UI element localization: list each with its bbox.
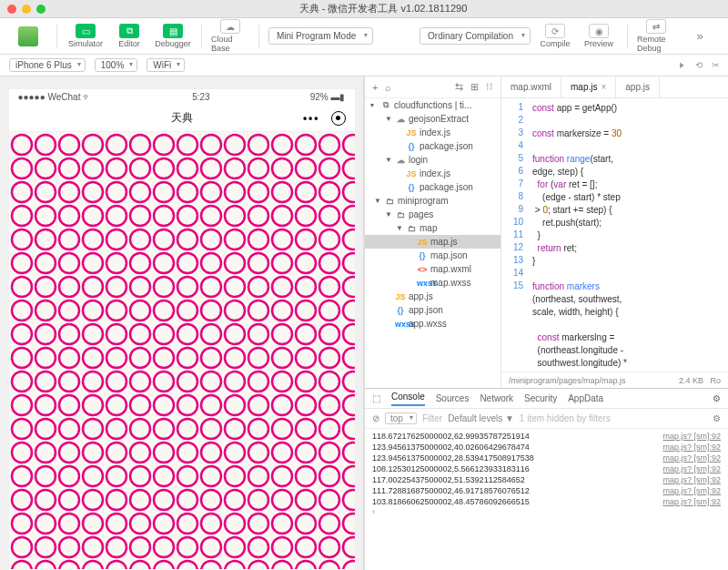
context-select[interactable]: top — [385, 412, 417, 424]
network-select[interactable]: WiFi — [147, 58, 185, 72]
zoom-window-icon[interactable] — [36, 5, 46, 14]
mute-icon[interactable]: 🕨 — [677, 60, 686, 70]
svg-point-18 — [83, 158, 103, 178]
tree-item[interactable]: {}package.json — [365, 180, 500, 194]
svg-point-106 — [35, 300, 56, 321]
svg-point-234 — [225, 490, 245, 510]
devtools-tab[interactable]: Security — [524, 393, 557, 403]
tree-item[interactable]: ▼☁login — [365, 153, 500, 167]
tree-item[interactable]: {}package.json — [365, 139, 500, 153]
filter-input[interactable]: Filter — [422, 413, 442, 423]
minimize-window-icon[interactable] — [22, 5, 31, 14]
cut-icon[interactable]: ✂ — [712, 60, 719, 70]
source-link[interactable]: map.js? [sm]:92 — [662, 443, 721, 452]
svg-point-7 — [177, 135, 197, 155]
console-output[interactable]: 118.67217625000002,62.99935787251914map.… — [365, 429, 728, 570]
inspect-icon[interactable]: ⬚ — [372, 393, 380, 403]
devtools-settings-icon[interactable]: ⚙ — [713, 393, 721, 403]
svg-point-85 — [248, 253, 268, 273]
svg-point-184 — [106, 419, 126, 439]
close-window-icon[interactable] — [7, 5, 16, 14]
svg-point-166 — [35, 395, 56, 415]
tree-item[interactable]: {}map.json — [365, 249, 500, 262]
svg-point-9 — [225, 135, 245, 155]
svg-point-58 — [319, 206, 339, 226]
svg-point-19 — [106, 158, 126, 178]
svg-point-56 — [272, 206, 292, 226]
more-icon[interactable]: ⁝⁝ — [486, 81, 493, 93]
map-canvas[interactable] — [9, 132, 355, 570]
search-icon[interactable]: ⌕ — [385, 82, 391, 93]
devtools-tab[interactable]: Network — [480, 393, 513, 403]
svg-point-123 — [83, 324, 103, 344]
source-link[interactable]: map.js? [sm]:92 — [662, 497, 721, 506]
tree-item[interactable]: JSindex.js — [365, 126, 500, 139]
tree-item[interactable]: {}app.json — [365, 303, 500, 317]
tree-item[interactable]: <>map.wxml — [365, 262, 500, 276]
preview-button[interactable]: ◉Preview — [580, 24, 618, 48]
phone-frame: ●●●●● WeChat ᯤ 5:23 92% ▬▮ 天典 ••• — [9, 89, 355, 570]
svg-point-226 — [35, 490, 56, 510]
source-link[interactable]: map.js? [sm]:92 — [662, 432, 721, 441]
compile-button[interactable]: ⟳Compile — [536, 24, 574, 48]
devtools-tab[interactable]: AppData — [568, 393, 603, 403]
tree-item[interactable]: JSmap.js — [365, 235, 500, 249]
code-source[interactable]: const app = getApp() const markersize = … — [529, 98, 728, 372]
tree-item[interactable]: ▼🗀miniprogram — [365, 194, 500, 208]
svg-point-115 — [248, 300, 268, 321]
cloud-base-button[interactable]: ☁Cloud Base — [211, 19, 249, 53]
remote-debug-button[interactable]: ⇄Remote Debug — [637, 19, 675, 53]
console-settings-icon[interactable]: ⚙ — [713, 413, 721, 423]
svg-point-247 — [177, 514, 197, 534]
settings-icon[interactable]: ⊞ — [470, 81, 479, 93]
editor-button[interactable]: ⧉Editor — [110, 24, 148, 48]
rotate-icon[interactable]: ⟲ — [695, 60, 703, 70]
console-prompt[interactable] — [372, 507, 721, 516]
device-select[interactable]: iPhone 6 Plus — [9, 58, 86, 72]
capsule-close-icon[interactable] — [331, 111, 346, 126]
close-tab-icon[interactable]: × — [601, 82, 606, 92]
tree-item[interactable]: wxssmap.wxss — [365, 276, 500, 290]
svg-point-257 — [59, 537, 79, 557]
tree-item[interactable]: ▼🗀map — [365, 221, 500, 235]
tree-item[interactable]: ▼☁geojsonExtract — [365, 112, 500, 126]
simulator-button[interactable]: ▭Simulator — [66, 24, 105, 48]
source-link[interactable]: map.js? [sm]:92 — [662, 475, 721, 484]
svg-point-127 — [177, 324, 197, 344]
tree-item[interactable]: JSapp.js — [365, 290, 500, 303]
compilation-dropdown[interactable]: Ordinary Compilation — [420, 27, 531, 45]
svg-point-14 — [343, 135, 355, 155]
clear-console-icon[interactable]: ⊘ — [372, 413, 379, 423]
add-file-icon[interactable]: + — [372, 82, 378, 93]
levels-select[interactable]: Default levels ▼ — [448, 413, 514, 423]
editor-tab[interactable]: map.wxml — [501, 76, 561, 97]
devtools-tab[interactable]: Sources — [436, 393, 470, 403]
svg-point-116 — [272, 300, 292, 321]
mode-dropdown[interactable]: Mini Program Mode — [268, 27, 373, 45]
svg-point-164 — [343, 372, 355, 392]
collapse-icon[interactable]: ⇆ — [455, 81, 463, 93]
editor-tab[interactable]: map.js× — [561, 76, 616, 97]
source-link[interactable]: map.js? [sm]:92 — [662, 464, 721, 473]
debugger-button[interactable]: ▤Debugger — [154, 24, 192, 48]
svg-point-4 — [106, 135, 126, 155]
tree-root[interactable]: ▾⧉cloudfunctions | ti... — [365, 98, 500, 112]
svg-point-138 — [83, 348, 103, 368]
zoom-select[interactable]: 100% — [95, 58, 138, 72]
svg-point-262 — [177, 537, 197, 557]
tree-item[interactable]: JSindex.js — [365, 167, 500, 180]
svg-point-227 — [59, 490, 79, 510]
source-link[interactable]: map.js? [sm]:92 — [662, 453, 721, 463]
svg-point-13 — [319, 135, 339, 155]
tree-item[interactable]: wxssapp.wxss — [365, 317, 500, 331]
source-link[interactable]: map.js? [sm]:92 — [662, 486, 721, 495]
svg-point-224 — [343, 466, 355, 486]
tree-item[interactable]: ▼🗀pages — [365, 208, 500, 221]
svg-point-32 — [59, 182, 79, 202]
editor-tab[interactable]: app.js — [616, 76, 660, 97]
more-tools-button[interactable]: » — [681, 29, 719, 43]
capsule-menu-icon[interactable]: ••• — [303, 112, 320, 125]
devtools-tab[interactable]: Console — [391, 392, 425, 406]
project-avatar[interactable] — [9, 26, 47, 46]
svg-point-133 — [319, 324, 339, 344]
